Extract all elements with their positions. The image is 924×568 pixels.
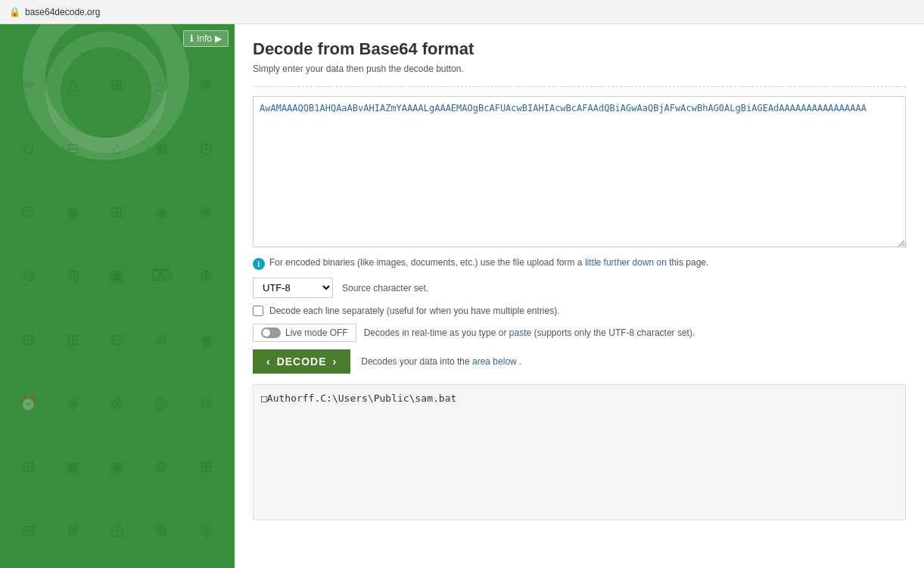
main-content: Decode from Base64 format Simply enter y… xyxy=(235,24,924,568)
decode-desc-text: Decodes your data into the xyxy=(361,356,472,367)
sidebar-icon-14: ◈ xyxy=(141,182,182,242)
sidebar-icon-33: ◉ xyxy=(97,436,138,497)
sidebar-icon-16: ⊘ xyxy=(8,245,49,306)
sidebar-icon-25: ◉ xyxy=(185,309,227,370)
live-mode-description: Decodes in real-time as you type or past… xyxy=(364,327,695,338)
decode-row: ‹ DECODE › Decodes your data into the ar… xyxy=(253,349,906,374)
decode-description: Decodes your data into the area below . xyxy=(361,356,521,367)
info-note-text: For encoded binaries (like images, docum… xyxy=(269,257,708,268)
sidebar-icon-3: ⊞ xyxy=(97,54,138,115)
sidebar-icon-24: ⊚ xyxy=(141,309,182,370)
decode-label: DECODE xyxy=(277,355,327,368)
info-note: i For encoded binaries (like images, doc… xyxy=(253,257,906,270)
lock-icon: 🔒 xyxy=(9,7,20,17)
sidebar-decoration: ✏ △ ⊞ ◎ ⊗ ⊙ ⊟ ⌂ ⊕ ◷ ⏲ ◉ ⊞ ◈ ⊗ ⊘ ◎ ▣ ⌦ ⊛ … xyxy=(0,24,235,568)
decode-desc-period: . xyxy=(519,356,521,367)
sidebar-icon-2: △ xyxy=(52,54,94,115)
browser-url: base64decode.org xyxy=(25,7,100,17)
sidebar-icon-31: ⊡ xyxy=(8,436,49,497)
sidebar-icon-27: ⊕ xyxy=(52,373,94,433)
sidebar-icon-21: ⊡ xyxy=(8,309,49,370)
live-mode-label: Live mode OFF xyxy=(285,327,348,338)
checkbox-row: Decode each line separately (useful for … xyxy=(253,306,906,316)
sidebar-icon-37: ⊗ xyxy=(52,500,94,560)
output-text: □Authorff.C:\Users\Public\sam.bat xyxy=(261,393,456,404)
sidebar-icon-7: ⊟ xyxy=(52,118,94,178)
decode-lines-label[interactable]: Decode each line separately (useful for … xyxy=(269,306,560,316)
sidebar-icon-29: ◎ xyxy=(141,373,182,433)
sidebar-icon-4: ◎ xyxy=(141,54,182,115)
charset-row: UTF-8 ASCII ISO-8859-1 UTF-16 UTF-32 Sou… xyxy=(253,278,906,298)
sidebar-icon-10: ◷ xyxy=(185,118,227,178)
sidebar-icon-23: ⊟ xyxy=(97,309,138,370)
sidebar-icon-38: ◷ xyxy=(97,500,138,560)
charset-select[interactable]: UTF-8 ASCII ISO-8859-1 UTF-16 UTF-32 xyxy=(253,278,333,298)
charset-label: Source character set. xyxy=(342,283,428,293)
page-title: Decode from Base64 format xyxy=(253,39,906,59)
sidebar-icon-34: ⊛ xyxy=(141,436,182,497)
sidebar-icon-1: ✏ xyxy=(8,54,49,115)
sidebar-icon-8: ⌂ xyxy=(97,118,138,178)
area-below-link: area below xyxy=(472,356,517,367)
sidebar-icon-20: ⊛ xyxy=(185,245,227,306)
browser-chrome: 🔒 base64decode.org xyxy=(0,0,924,24)
sidebar-icon-6: ⊙ xyxy=(8,118,49,178)
live-mode-row: Live mode OFF Decodes in real-time as yo… xyxy=(253,324,906,342)
sidebar-icon-26: ⏰ xyxy=(8,373,49,433)
sidebar-icon-19: ⌦ xyxy=(141,245,182,306)
decode-arrow-left: ‹ xyxy=(266,355,271,368)
decode-lines-checkbox[interactable] xyxy=(253,306,263,316)
toggle-icon xyxy=(261,327,281,338)
sidebar-icon-18: ▣ xyxy=(97,245,138,306)
sidebar-icon-11: ⏲ xyxy=(8,182,49,242)
sidebar-icon-36: ⊟ xyxy=(8,500,49,560)
sidebar-icon-12: ◉ xyxy=(52,182,94,242)
sidebar-icon-22: ⊞ xyxy=(52,309,94,370)
sidebar-icon-5: ⊗ xyxy=(185,54,227,115)
decode-button[interactable]: ‹ DECODE › xyxy=(253,349,350,374)
sidebar-icon-28: ⊗ xyxy=(97,373,138,433)
decode-arrow-right: › xyxy=(333,355,338,368)
live-mode-button[interactable]: Live mode OFF xyxy=(253,324,356,342)
base64-input[interactable] xyxy=(253,96,906,247)
info-note-highlight: little further down on xyxy=(585,257,667,268)
sidebar: ℹ Info ▶ ✏ △ ⊞ ◎ ⊗ ⊙ ⊟ ⌂ ⊕ ◷ ⏲ ◉ ⊞ ◈ ⊗ ⊘… xyxy=(0,24,235,568)
sidebar-icon-9: ⊕ xyxy=(141,118,182,178)
sidebar-icon-39: ⊕ xyxy=(141,500,182,560)
info-note-icon: i xyxy=(253,258,265,270)
paste-link: paste xyxy=(509,327,531,338)
page-subtitle: Simply enter your data then push the dec… xyxy=(253,64,906,74)
sidebar-icon-15: ⊗ xyxy=(185,182,227,242)
sidebar-icon-30: ⊘ xyxy=(185,373,227,433)
sidebar-icon-13: ⊞ xyxy=(97,182,138,242)
sidebar-icon-35: ⊞ xyxy=(185,436,227,497)
divider xyxy=(253,86,906,87)
output-area: □Authorff.C:\Users\Public\sam.bat xyxy=(253,384,906,520)
sidebar-icon-17: ◎ xyxy=(52,245,94,306)
sidebar-icon-40: ◎ xyxy=(185,500,227,560)
sidebar-icon-32: ▣ xyxy=(52,436,94,497)
